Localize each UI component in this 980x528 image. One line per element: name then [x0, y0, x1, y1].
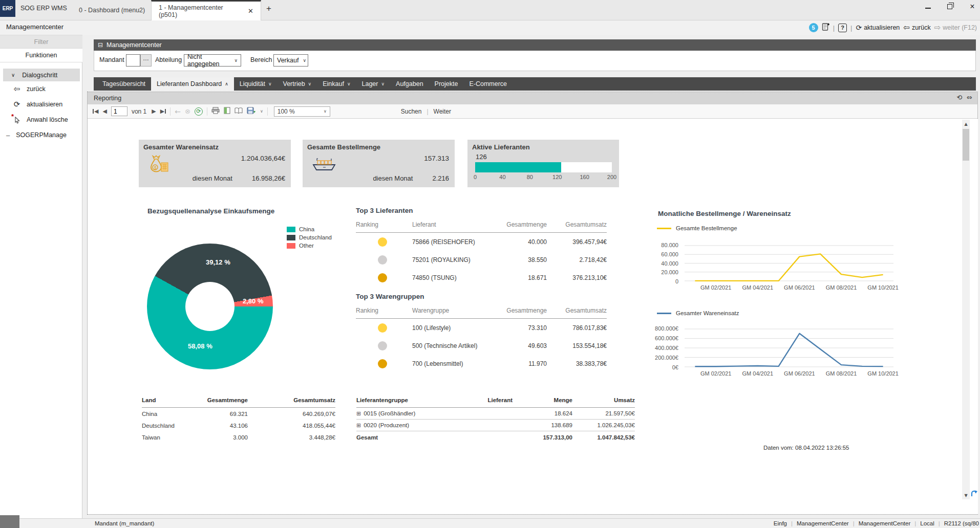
sync-icon[interactable]: ⟲: [956, 94, 962, 101]
line-legend[interactable]: Gesamte Bestellmenge: [657, 225, 737, 231]
refresh-report-icon[interactable]: ⟳: [195, 107, 203, 116]
gauge-tick: 80: [527, 174, 533, 180]
close-tab-icon[interactable]: ✕: [248, 7, 253, 15]
restore-icon[interactable]: [947, 4, 952, 9]
nav-tab[interactable]: Lager∨: [356, 77, 390, 91]
notification-badge[interactable]: 5: [809, 23, 818, 32]
statusbar-segment: Einfg: [774, 520, 787, 526]
nav-tab[interactable]: Einkauf∨: [317, 77, 356, 91]
nav-tab[interactable]: Liquidität∨: [234, 77, 278, 91]
legend-item[interactable]: Deutschland: [287, 234, 332, 240]
table-header-row: LandGesamtmengeGesamtumsatz: [142, 397, 335, 408]
mandant-lookup-button[interactable]: …: [140, 54, 152, 67]
zoom-select[interactable]: 100 % ∨: [274, 106, 330, 117]
browser-sync-icon[interactable]: [970, 489, 978, 498]
line-legend[interactable]: Gesamter Wareneinsatz: [657, 310, 739, 316]
table-cell: 18.671: [488, 274, 547, 281]
lieferantengruppe-table: LieferantengruppeLieferantMengeUmsatz⊞00…: [356, 397, 635, 443]
sidebar-functions-button[interactable]: Funktionen: [0, 49, 82, 62]
sidebar-item-anwahl-loesche[interactable]: * Anwahl lösche: [0, 112, 82, 127]
scroll-down-icon[interactable]: ▼: [962, 491, 970, 499]
sidebar-item-aktualisieren[interactable]: ⟳ aktualisieren: [0, 97, 82, 112]
page-count-label: von 1: [132, 108, 146, 115]
nav-tab[interactable]: Projekte: [429, 77, 464, 91]
help-icon[interactable]: ?: [838, 24, 847, 32]
sidebar-item-zurueck[interactable]: ⇦ zurück: [0, 81, 82, 97]
next-page-icon[interactable]: ▶: [152, 108, 156, 115]
bereich-select[interactable]: Verkauf ∨: [273, 54, 308, 67]
forward-button[interactable]: ⇨ weiter (F12): [934, 23, 977, 32]
export-dropdown-icon[interactable]: ∨: [260, 109, 263, 114]
table-cell: China: [142, 411, 193, 417]
table-cell: 153.554,18€: [547, 342, 607, 349]
export-save-icon[interactable]: [247, 107, 256, 116]
titlebar: ERP SOG ERP WMS 0 - Dashboard (menu2) 1 …: [0, 0, 980, 20]
nav-tab[interactable]: Aufgaben: [390, 77, 429, 91]
nav-tab[interactable]: Lieferanten Dashboard∧: [151, 77, 234, 91]
back-button[interactable]: ⇦ zurück: [903, 23, 930, 32]
sidebar-tree-sogerpmanage[interactable]: – SOGERPManage: [0, 127, 82, 143]
kpi-sub-value: 2.216: [432, 174, 449, 182]
x-axis-tick: GM 08/2021: [826, 284, 857, 291]
clipboard-add-icon[interactable]: [822, 23, 829, 33]
gauge-value: 126: [476, 153, 487, 161]
chevron-down-icon: ∨: [234, 58, 238, 63]
sidebar-group-dialogschritt[interactable]: ∨ Dialogschritt: [3, 69, 80, 81]
close-window-icon[interactable]: ×: [969, 3, 976, 10]
nav-tab-label: Lager: [361, 80, 378, 87]
page-number-input[interactable]: [111, 106, 127, 116]
new-tab-button[interactable]: +: [266, 4, 271, 14]
back-nav-icon[interactable]: ←: [175, 107, 181, 116]
statusbar-corner-block: [0, 515, 19, 528]
column-header: Umsatz: [572, 397, 635, 407]
scrollbar-thumb[interactable]: [963, 129, 969, 161]
column-header: Menge: [513, 397, 572, 407]
table-header-row: LieferantengruppeLieferantMengeUmsatz: [356, 397, 635, 408]
abteilung-select[interactable]: Nicht angegeben ∨: [184, 54, 241, 67]
minimize-icon[interactable]: [925, 5, 931, 9]
print-layout-icon[interactable]: [224, 107, 230, 116]
table-cell: Gesamt: [356, 434, 474, 441]
report-toolbar: ◀ ◀ von 1 ▶ ▶ ← ⊗ ⟳ ∨: [88, 104, 977, 119]
nav-tab[interactable]: Tagesübersicht: [97, 77, 151, 91]
table-cell: 396.457,94€: [547, 238, 607, 246]
kpi-card-aktive-lieferanten: Aktive Lieferanten 126 04080120160200: [467, 140, 619, 187]
vertical-scrollbar[interactable]: ▲ ▼: [962, 120, 970, 499]
page-setup-icon[interactable]: [235, 107, 243, 116]
statusbar-segment: ManagementCenter: [797, 520, 849, 526]
search-link[interactable]: Suchen: [401, 108, 422, 115]
sidebar: Filter Funktionen ∨ Dialogschritt ⇦ zurü…: [0, 35, 82, 518]
reporting-bar[interactable]: Reporting ⟲ ⇔: [88, 92, 977, 104]
tab-managementcenter[interactable]: 1 - Managementcenter (p501) ✕: [151, 0, 261, 20]
prev-page-icon[interactable]: ◀: [102, 108, 106, 115]
expand-icon[interactable]: ⊞: [356, 410, 361, 416]
ranking-cell: [356, 273, 412, 282]
scroll-up-icon[interactable]: ▲: [962, 120, 970, 128]
last-page-icon[interactable]: ▶: [160, 108, 166, 115]
x-axis-tick: GM 06/2021: [784, 284, 815, 291]
expand-panel-icon[interactable]: ⇔: [967, 94, 972, 101]
first-page-icon[interactable]: ◀: [93, 108, 98, 115]
legend-item[interactable]: China: [287, 226, 332, 232]
sidebar-filter-button[interactable]: Filter: [0, 35, 82, 49]
nav-tab[interactable]: E-Commerce: [463, 77, 513, 91]
print-icon[interactable]: [211, 107, 220, 116]
table-cell: 640.269,07€: [248, 411, 335, 417]
table-row: China69.321640.269,07€: [142, 408, 335, 420]
table-cell: 40.000: [488, 238, 547, 246]
legend-item[interactable]: Other: [287, 243, 332, 249]
data-timestamp: Daten vom: 08.04.2022 13:26:55: [763, 445, 849, 451]
stop-render-icon[interactable]: ⊗: [185, 107, 190, 115]
mandant-input[interactable]: [126, 54, 140, 67]
expand-icon[interactable]: ⊞: [356, 422, 361, 428]
collapse-minus-icon[interactable]: –: [6, 131, 10, 139]
gauge-tick: 200: [607, 174, 616, 180]
tab-dashboard[interactable]: 0 - Dashboard (menu2): [72, 0, 152, 20]
x-axis: GM 02/2021GM 04/2021GM 06/2021GM 08/2021…: [685, 284, 893, 292]
search-next-link[interactable]: Weiter: [434, 108, 451, 115]
nav-tab[interactable]: Vertrieb∨: [278, 77, 317, 91]
refresh-button[interactable]: ⟳ aktualisieren: [856, 24, 900, 32]
kpi-sub-value: 16.958,26€: [252, 174, 285, 182]
collapse-panel-icon[interactable]: ⊟: [98, 41, 103, 49]
legend-label: Deutschland: [299, 234, 332, 240]
